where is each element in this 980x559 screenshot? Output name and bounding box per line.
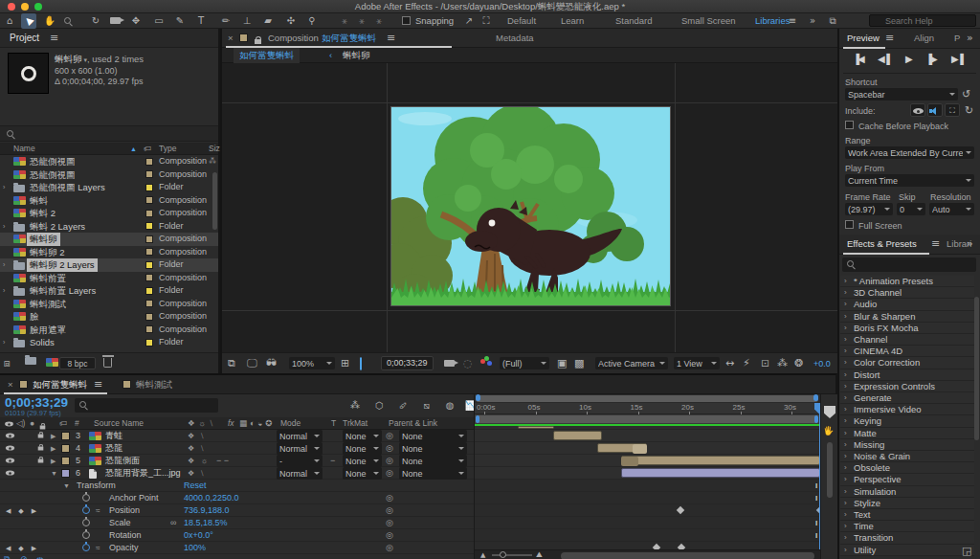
column-t[interactable]: T <box>331 417 336 430</box>
stopwatch-icon[interactable] <box>82 531 90 539</box>
time-ruler[interactable]: 0:00s05s10s15s20s25s30s <box>475 403 821 414</box>
full-screen-checkbox[interactable] <box>845 220 854 229</box>
brush-tool-icon[interactable]: ✏ <box>218 13 234 29</box>
workspace-tab-small-screen[interactable]: Small Screen <box>681 13 736 29</box>
last-frame-button[interactable]: ▶▐ <box>951 54 962 64</box>
timeline-button-icon[interactable]: 🝕 <box>760 356 770 371</box>
draft-3d-icon[interactable]: ⬡ <box>370 398 388 414</box>
panel-resize-grip-icon[interactable]: ◲ <box>962 544 971 559</box>
layer-lock-icon[interactable] <box>38 435 44 438</box>
project-row[interactable]: 蝌蚪卵 2Composition <box>0 246 218 259</box>
property-pickwhip-icon[interactable]: ◎ <box>386 492 393 504</box>
property-value[interactable]: 18.5,18.5% <box>184 517 228 529</box>
breadcrumb-current[interactable]: 蝌蚪卵 <box>343 48 370 63</box>
close-tab-icon[interactable]: × <box>8 375 13 394</box>
pan-behind-tool-icon[interactable]: ✥ <box>128 13 144 29</box>
project-search-input[interactable] <box>21 128 193 140</box>
expand-inout-icon[interactable]: ⇹ <box>36 551 44 559</box>
effect-category[interactable]: ›Color Correction <box>840 357 974 369</box>
layer-expand-icon[interactable]: ▶ <box>51 442 56 455</box>
effect-category[interactable]: ›Keying <box>840 415 974 427</box>
pixel-aspect-icon[interactable]: ↔ <box>725 356 734 371</box>
resolution-preview-dropdown[interactable]: Auto <box>929 203 974 215</box>
layer-visibility-icon[interactable] <box>6 445 14 452</box>
expand-transfer-controls-icon[interactable]: ⊘ <box>20 551 28 559</box>
navigator-end-handle[interactable] <box>813 394 818 401</box>
reset-shortcut-icon[interactable]: ↺ <box>962 87 970 102</box>
close-window-icon[interactable] <box>8 3 15 11</box>
group-expand-icon[interactable]: ▼ <box>63 480 70 492</box>
new-composition-icon[interactable] <box>46 356 58 371</box>
tab-preview[interactable]: Preview <box>847 29 880 48</box>
first-frame-button[interactable]: ▐◀ <box>853 54 863 64</box>
region-of-interest-icon[interactable]: ▣ <box>557 356 567 371</box>
lock-column-icon[interactable] <box>40 426 46 430</box>
layer-duration-bar[interactable] <box>621 468 820 478</box>
layer-lock-icon[interactable] <box>38 459 44 463</box>
layer-expand-icon[interactable]: ▶ <box>51 455 56 467</box>
effect-category[interactable]: ›Distort <box>840 369 974 381</box>
help-search-input[interactable] <box>869 14 976 27</box>
transform-group-row[interactable]: ▼TransformReset <box>0 480 474 492</box>
column-type[interactable]: Type <box>159 143 176 155</box>
layer-lock-icon[interactable] <box>38 447 44 451</box>
play-button[interactable]: ▶ <box>905 54 913 64</box>
effect-category[interactable]: ›Utility <box>840 545 974 556</box>
constrain-proportions-icon[interactable]: ∞ <box>170 517 176 529</box>
include-video-toggle[interactable] <box>910 103 925 117</box>
zoom-in-mountain-icon[interactable]: ⛰ <box>536 548 543 559</box>
project-row[interactable]: 臉Composition <box>0 310 218 324</box>
layer-duration-bar[interactable] <box>621 456 820 465</box>
vr-view-icon[interactable]: 🕶 <box>266 356 277 371</box>
panel-overflow-icon[interactable]: » <box>967 31 973 46</box>
project-row[interactable]: 恐龍側視圖Composition⁂ <box>0 155 218 168</box>
layer-source-name[interactable]: 恐龍用背景_工...jpg <box>105 467 181 480</box>
frame-rate-dropdown[interactable]: (29.97) <box>845 203 893 215</box>
snapshot-icon[interactable] <box>444 356 455 371</box>
parent-link-dropdown[interactable]: None <box>399 467 467 480</box>
roto-brush-tool-icon[interactable]: ✣ <box>283 13 299 29</box>
navigator-start-handle[interactable] <box>476 394 480 401</box>
effect-category[interactable]: ›Audio <box>840 299 974 310</box>
blend-mode-dropdown[interactable]: Normal <box>277 442 323 455</box>
project-row[interactable]: ›恐龍側視圖 LayersFolder <box>0 181 218 194</box>
label-color-swatch[interactable] <box>145 196 153 204</box>
flowchart-button-icon[interactable]: ⁂ <box>777 356 788 371</box>
stopwatch-icon[interactable] <box>82 519 90 526</box>
property-row-opacity[interactable]: ◀ ◆ ▶≈Opacity100%◎ <box>0 542 474 554</box>
number-column-label[interactable]: # <box>75 417 79 430</box>
exposure-value[interactable]: +0.0 <box>813 353 831 374</box>
effect-category[interactable]: ›Missing <box>840 439 974 451</box>
effect-category[interactable]: ›Stylize <box>840 498 974 509</box>
column-size[interactable]: Siz <box>209 143 220 155</box>
snap-options-icon[interactable]: ↗ <box>461 13 477 29</box>
camera-dropdown[interactable]: Active Camera <box>595 357 668 369</box>
parent-link-dropdown[interactable]: None <box>399 455 467 467</box>
type-tool-icon[interactable]: T <box>193 13 209 29</box>
folder-expand-icon[interactable]: › <box>3 336 5 348</box>
shy-layers-icon[interactable]: 🜚 <box>394 398 412 414</box>
project-row[interactable]: ›蝌蚪 2 LayersFolder <box>0 220 218 234</box>
timeline-h-scrollbar[interactable] <box>561 552 814 559</box>
tab-composition-name[interactable]: 如何當隻蝌蚪 <box>322 29 376 48</box>
timeline-layer-row[interactable]: ▼6恐龍用背景_工...jpg❖⧵NormalNone◎None <box>0 467 474 480</box>
zoom-window-icon[interactable] <box>34 3 42 11</box>
work-area-end-handle[interactable] <box>814 415 818 423</box>
panel-menu-icon[interactable]: ≡ <box>50 31 58 46</box>
collapse-transformations-icon[interactable]: ❖ <box>188 430 194 442</box>
shape-tool-icon[interactable]: ▭ <box>151 13 167 29</box>
effect-category[interactable]: ›Immersive Video <box>840 404 974 415</box>
property-value[interactable]: 0x+0.0° <box>184 529 213 542</box>
reset-button[interactable]: Reset <box>184 480 207 492</box>
delete-item-icon[interactable] <box>103 355 112 372</box>
graph-include-icon[interactable]: ≈ <box>96 542 100 554</box>
effect-category[interactable]: ›Matte <box>840 428 974 439</box>
column-parent-link[interactable]: Parent & Link <box>389 417 437 430</box>
blend-mode-dropdown[interactable]: - <box>277 455 323 467</box>
play-from-dropdown[interactable]: Current Time <box>845 174 974 187</box>
blend-mode-dropdown[interactable]: Normal <box>277 430 323 442</box>
panel-menu-icon[interactable]: ≡ <box>885 31 894 46</box>
tab-project[interactable]: Project <box>10 29 39 48</box>
effect-category[interactable]: ›Simulation <box>840 486 974 498</box>
audio-column-icon[interactable]: ◁) <box>16 417 25 430</box>
